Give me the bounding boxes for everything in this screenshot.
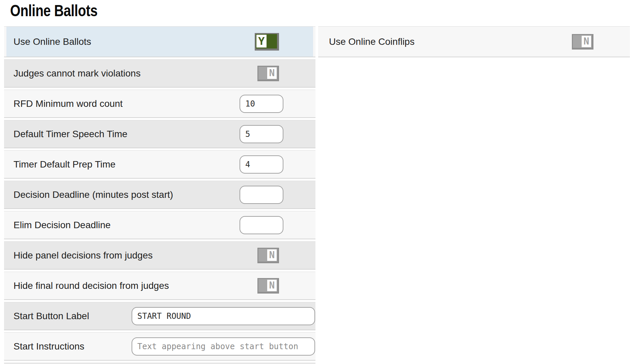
setting-label: Use Online Coinflips (318, 36, 415, 47)
settings-column-left: Use Online Ballots Y Judges cannot mark … (4, 26, 315, 364)
hide-final-round-decision-toggle[interactable]: N (257, 278, 279, 294)
setting-row-elim-decision-deadline: Elim Decision Deadline (4, 211, 315, 239)
settings-column-right: Use Online Coinflips N (318, 26, 630, 57)
setting-row-decision-deadline: Decision Deadline (minutes post start) (4, 181, 315, 209)
judges-cannot-mark-violations-toggle[interactable]: N (257, 66, 279, 81)
setting-row-use-online-coinflips: Use Online Coinflips N (318, 26, 630, 57)
setting-row-hide-panel-decisions: Hide panel decisions from judges N (4, 241, 315, 270)
hide-panel-decisions-toggle[interactable]: N (257, 248, 279, 263)
settings-columns: Use Online Ballots Y Judges cannot mark … (4, 26, 630, 364)
start-button-label-input[interactable] (132, 307, 315, 325)
setting-row-use-online-ballots: Use Online Ballots Y (4, 26, 315, 57)
setting-row-start-button-label: Start Button Label (4, 302, 315, 330)
elim-decision-deadline-input[interactable] (240, 216, 283, 234)
page-title: Online Ballots (10, 1, 526, 20)
setting-label: Start Button Label (4, 311, 89, 322)
setting-row-judges-cannot-mark-violations: Judges cannot mark violations N (4, 59, 315, 88)
toggle-knob: N (267, 67, 277, 79)
toggle-state-letter: N (269, 280, 275, 291)
use-online-ballots-toggle[interactable]: Y (255, 33, 279, 51)
rfd-minimum-word-count-input[interactable] (240, 95, 283, 113)
use-online-coinflips-toggle[interactable]: N (572, 34, 593, 50)
setting-row-start-instructions: Start Instructions (4, 332, 315, 361)
toggle-knob: N (582, 36, 591, 47)
setting-label: Judges cannot mark violations (4, 68, 141, 79)
toggle-knob: Y (256, 35, 267, 48)
start-instructions-input[interactable] (132, 337, 315, 356)
toggle-knob: N (267, 280, 277, 291)
setting-row-partial (4, 363, 315, 364)
default-timer-speech-time-input[interactable] (240, 125, 283, 143)
setting-label: Start Instructions (4, 341, 84, 352)
setting-label: Decision Deadline (minutes post start) (4, 189, 173, 200)
setting-label: Timer Default Prep Time (4, 159, 115, 170)
setting-row-rfd-minimum-word-count: RFD Minimum word count (4, 90, 315, 118)
toggle-state-letter: Y (258, 35, 265, 48)
setting-label: Elim Decision Deadline (4, 220, 111, 231)
setting-row-timer-default-prep-time: Timer Default Prep Time (4, 150, 315, 179)
setting-row-default-timer-speech-time: Default Timer Speech Time (4, 120, 315, 148)
setting-label: Hide final round decision from judges (4, 280, 169, 291)
setting-label: RFD Minimum word count (4, 98, 123, 109)
toggle-state-letter: N (584, 36, 589, 47)
setting-label: Default Timer Speech Time (4, 129, 128, 140)
setting-row-hide-final-round-decision: Hide final round decision from judges N (4, 272, 315, 300)
toggle-state-letter: N (269, 249, 275, 261)
toggle-knob: N (267, 249, 277, 261)
toggle-state-letter: N (269, 67, 275, 79)
timer-default-prep-time-input[interactable] (240, 155, 283, 174)
setting-label: Use Online Ballots (4, 36, 91, 47)
setting-label: Hide panel decisions from judges (4, 250, 152, 261)
decision-deadline-input[interactable] (240, 186, 283, 204)
